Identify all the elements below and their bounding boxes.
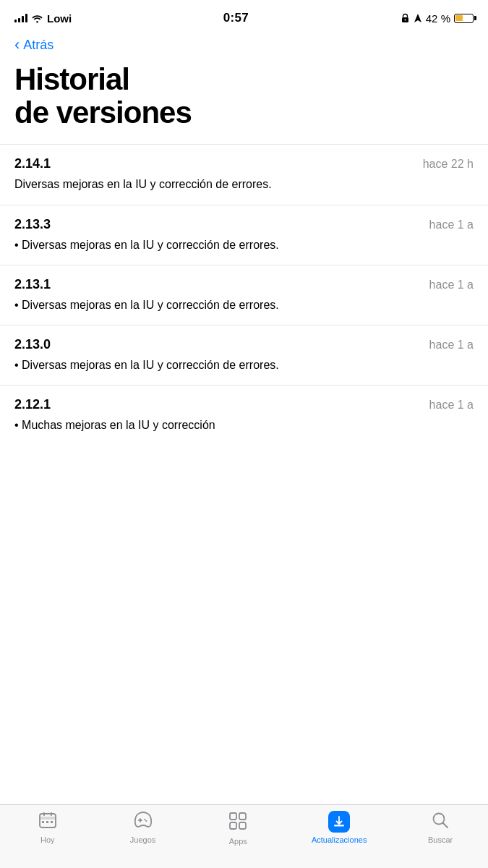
version-date: hace 22 h (423, 158, 474, 171)
status-right: 42 % (401, 12, 474, 25)
tab-actualizaciones[interactable]: Actualizaciones (312, 811, 367, 844)
tab-buscar[interactable]: Buscar (419, 811, 462, 844)
version-item: 2.12.1hace 1 a• Muchas mejoras en la IU … (0, 385, 488, 445)
version-notes: • Diversas mejoras en la IU y corrección… (14, 357, 474, 373)
svg-point-1 (404, 20, 406, 21)
status-icons: 42 % (401, 12, 474, 25)
updates-icon (328, 811, 350, 833)
page-title: Historial de versiones (14, 63, 474, 129)
svg-rect-11 (230, 822, 236, 829)
battery-icon (454, 14, 474, 23)
version-header: 2.12.1hace 1 a (14, 397, 474, 412)
svg-rect-2 (40, 814, 56, 827)
status-left: Lowi (14, 12, 72, 25)
version-date: hace 1 a (429, 278, 474, 292)
rotation-lock-icon (401, 13, 410, 23)
version-date: hace 1 a (429, 399, 474, 412)
version-header: 2.13.0hace 1 a (14, 337, 474, 352)
battery-percent: 42 % (426, 12, 450, 25)
svg-rect-7 (46, 821, 48, 823)
back-chevron-icon: ‹ (14, 37, 20, 53)
tab-apps[interactable]: Apps (216, 811, 260, 846)
svg-rect-5 (51, 812, 52, 816)
page-title-block: Historial de versiones (0, 56, 488, 144)
version-list: 2.14.1hace 22 hDiversas mejoras en la IU… (0, 144, 488, 514)
tab-hoy[interactable]: Hoy (26, 811, 69, 844)
tab-buscar-label: Buscar (428, 835, 453, 844)
version-number: 2.12.1 (14, 397, 51, 412)
version-date: hace 1 a (429, 218, 474, 231)
version-notes: • Diversas mejoras en la IU y corrección… (14, 237, 474, 253)
version-number: 2.14.1 (14, 156, 51, 171)
signal-icon (14, 14, 27, 22)
tab-apps-label: Apps (229, 837, 247, 846)
navigation-bar: ‹ Atrás (0, 32, 488, 56)
tab-actualizaciones-label: Actualizaciones (312, 835, 367, 844)
search-icon (431, 811, 450, 833)
version-item: 2.13.0hace 1 a• Diversas mejoras en la I… (0, 325, 488, 385)
version-date: hace 1 a (429, 339, 474, 352)
version-notes: Diversas mejoras en la IU y corrección d… (14, 176, 474, 192)
svg-rect-10 (239, 813, 246, 820)
tab-bar: Hoy Juegos Apps (0, 804, 488, 868)
version-number: 2.13.3 (14, 217, 51, 232)
version-notes: • Muchas mejoras en la IU y corrección (14, 417, 474, 433)
tab-juegos[interactable]: Juegos (121, 811, 165, 844)
version-item: 2.13.1hace 1 a• Diversas mejoras en la I… (0, 265, 488, 325)
tab-hoy-label: Hoy (40, 835, 55, 844)
svg-rect-4 (43, 812, 45, 816)
svg-rect-9 (230, 813, 236, 820)
version-notes: • Diversas mejoras en la IU y corrección… (14, 297, 474, 313)
status-time: 0:57 (223, 11, 249, 25)
location-icon (414, 13, 422, 23)
wifi-icon (31, 14, 43, 23)
back-label: Atrás (23, 38, 53, 53)
version-header: 2.13.3hace 1 a (14, 217, 474, 232)
version-number: 2.13.0 (14, 337, 51, 352)
version-item: 2.14.1hace 22 hDiversas mejoras en la IU… (0, 144, 488, 204)
tab-juegos-label: Juegos (130, 835, 155, 844)
svg-rect-12 (239, 822, 246, 829)
status-bar: Lowi 0:57 42 % (0, 0, 488, 32)
today-icon (38, 811, 57, 833)
version-header: 2.14.1hace 22 h (14, 156, 474, 171)
svg-rect-6 (42, 821, 44, 823)
version-item: 2.13.3hace 1 a• Diversas mejoras en la I… (0, 205, 488, 265)
back-button[interactable]: ‹ Atrás (14, 38, 53, 53)
svg-rect-3 (40, 817, 56, 820)
version-number: 2.13.1 (14, 277, 51, 292)
apps-icon (228, 811, 248, 834)
svg-rect-8 (51, 821, 53, 823)
carrier-name: Lowi (47, 12, 72, 25)
games-icon (133, 811, 153, 833)
version-header: 2.13.1hace 1 a (14, 277, 474, 292)
